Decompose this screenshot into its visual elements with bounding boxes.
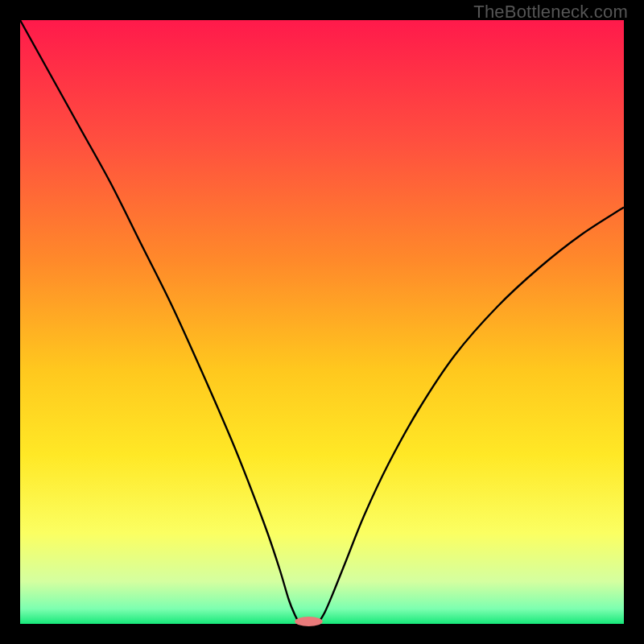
bottleneck-chart [0, 0, 644, 644]
min-marker [295, 617, 323, 626]
chart-frame: TheBottleneck.com [0, 0, 644, 644]
watermark-text: TheBottleneck.com [473, 2, 628, 23]
plot-background [20, 20, 624, 624]
